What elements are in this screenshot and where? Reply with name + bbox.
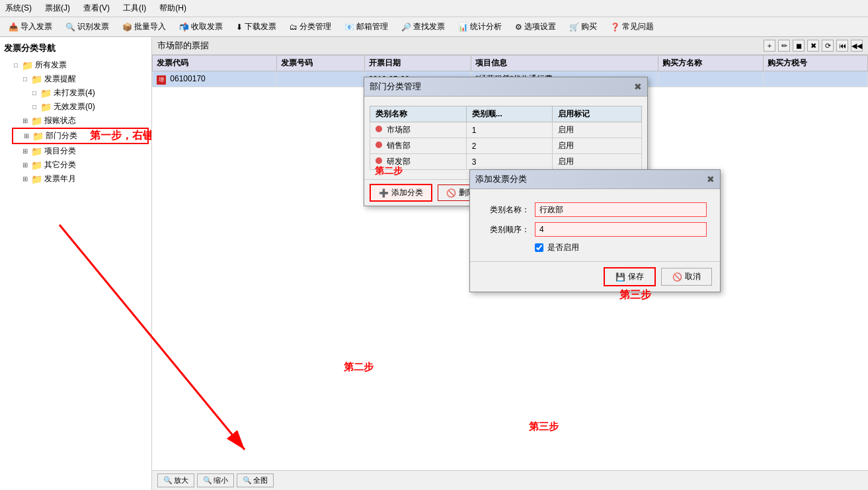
dept-row-rnd[interactable]: 研发部 3 启用 (370, 154, 642, 170)
dept-cell-name-market: 市场部 (370, 122, 467, 138)
dept-col-order: 类别顺... (466, 106, 553, 122)
tree-unprinted[interactable]: □ 📁 未打发票(4) (21, 86, 149, 100)
invalid-label: 无效发票(0) (54, 101, 95, 112)
find-invoice-btn[interactable]: 🔎 查找发票 (397, 19, 450, 34)
prev-btn[interactable]: ◀◀ (851, 40, 863, 52)
dept-dialog-content: 类别名称 类别顺... 启用标记 市场部 1 启用 (364, 97, 647, 179)
expand-icon-project: ⊞ (21, 147, 29, 155)
reminder-label: 发票提醒 (44, 73, 76, 85)
settings-icon: ⚙ (515, 22, 522, 32)
tree-children-reminder: □ 📁 未打发票(4) □ 📁 无效发票(0) (21, 86, 149, 114)
zoom-out-btn[interactable]: 🔍 缩小 (197, 473, 234, 487)
square-btn[interactable]: ◼ (793, 40, 805, 52)
edit-btn[interactable]: ✏ (778, 40, 790, 52)
menu-view[interactable]: 查看(V) (81, 1, 112, 15)
category-manage-btn[interactable]: 🗂 分类管理 (285, 19, 336, 34)
reminder-folder-icon: 📁 (31, 74, 42, 85)
add-btn[interactable]: + (764, 40, 775, 52)
tree-other-category[interactable]: ⊞ 📁 其它分类 (12, 158, 149, 172)
tree-children-root: □ 📁 发票提醒 □ 📁 未打发票(4) □ 📁 无效发票(0) ⊞ (12, 72, 149, 186)
col-date: 开票日期 (364, 56, 471, 71)
zoom-out-icon: 🔍 (203, 476, 212, 485)
mailbox-manage-btn[interactable]: 📧 邮箱管理 (340, 19, 393, 34)
dept-cell-name-sales: 销售部 (370, 138, 467, 154)
expand-icon-unprinted: □ (30, 89, 38, 97)
close-btn[interactable]: ✖ (807, 40, 819, 52)
other-label: 其它分类 (44, 159, 76, 171)
name-row: 类别名称： (483, 202, 707, 217)
tree-expense-status[interactable]: ⊞ 📁 报账状态 (12, 114, 149, 128)
content-title-bar: 市场部的票据 + ✏ ◼ ✖ ⟳ ⏮ ◀◀ (152, 37, 868, 55)
name-label: 类别名称： (483, 204, 530, 216)
cancel-icon: 🚫 (672, 272, 682, 282)
add-category-icon: ➕ (379, 188, 389, 198)
buy-btn[interactable]: 🛒 购买 (565, 19, 602, 34)
tree-invalid[interactable]: □ 📁 无效发票(0) (21, 100, 149, 114)
tree-invoice-reminder[interactable]: □ 📁 发票提醒 (12, 72, 149, 86)
menu-help[interactable]: 帮助(H) (157, 1, 189, 15)
dept-cell-order-sales: 2 (466, 138, 553, 154)
menu-tools[interactable]: 工具(I) (120, 1, 149, 15)
main-toolbar: 📥 导入发票 🔍 识别发票 📦 批量导入 📬 收取发票 ⬇ 下载发票 🗂 分类管… (0, 17, 868, 37)
tree-year-month[interactable]: ⊞ 📁 发票年月 (12, 172, 149, 186)
first-btn[interactable]: ⏮ (836, 40, 848, 52)
save-btn[interactable]: 💾 保存 (604, 267, 656, 286)
menu-invoice[interactable]: 票据(J) (42, 1, 73, 15)
mailbox-icon: 📧 (344, 22, 354, 32)
menu-system[interactable]: 系统(S) (3, 1, 34, 15)
dept-row-sales[interactable]: 销售部 2 启用 (370, 138, 642, 154)
recognize-invoice-btn[interactable]: 🔍 识别发票 (61, 19, 114, 34)
add-dialog-footer: 第三步 💾 保存 🚫 取消 (470, 261, 720, 292)
add-category-btn[interactable]: ➕ 添加分类 (370, 184, 432, 202)
checkbox-row: 是否启用 (483, 242, 707, 253)
dept-col-name: 类别名称 (370, 106, 467, 122)
receive-invoice-btn[interactable]: 📬 收取发票 (175, 19, 227, 34)
order-input[interactable] (535, 222, 707, 237)
dept-cell-status-market: 启用 (553, 122, 642, 138)
dept-col-status: 启用标记 (553, 106, 642, 122)
dept-cell-order-market: 1 (466, 122, 553, 138)
expense-folder-icon: 📁 (31, 116, 42, 126)
step3-label: 第三步 (619, 288, 651, 302)
other-folder-icon: 📁 (31, 160, 42, 171)
faq-btn[interactable]: ❓ 常见问题 (606, 19, 658, 34)
add-dialog-title-text: 添加发票分类 (475, 173, 527, 185)
step2-label: 第二步 (375, 165, 403, 177)
zoom-in-btn[interactable]: 🔍 放大 (157, 473, 194, 487)
expand-icon: □ (12, 61, 20, 69)
receive-icon: 📬 (179, 22, 189, 32)
full-view-icon: 🔍 (243, 476, 252, 485)
batch-import-btn[interactable]: 📦 批量导入 (118, 19, 171, 34)
cell-tax (763, 71, 867, 87)
import-invoice-btn[interactable]: 📥 导入发票 (4, 19, 57, 34)
stats-btn[interactable]: 📊 统计分析 (454, 19, 506, 34)
tree-root[interactable]: □ 📁 所有发票 (3, 58, 149, 72)
download-invoice-btn[interactable]: ⬇ 下载发票 (231, 19, 281, 34)
cancel-btn[interactable]: 🚫 取消 (661, 268, 712, 286)
refresh-btn[interactable]: ⟳ (822, 40, 834, 52)
dept-category-table: 类别名称 类别顺... 启用标记 市场部 1 启用 (370, 106, 642, 170)
root-label: 所有发票 (35, 60, 67, 71)
name-input[interactable] (535, 202, 707, 217)
unprinted-label: 未打发票(4) (54, 87, 95, 99)
full-view-btn[interactable]: 🔍 全图 (237, 473, 274, 487)
delete-category-icon: 🚫 (446, 188, 456, 198)
add-category-dialog: 添加发票分类 ✖ 类别名称： 类别顺序： 是否启用 (469, 169, 721, 292)
col-code: 发票代码 (153, 56, 277, 71)
dept-label: 部门分类 (46, 130, 77, 142)
col-number: 发票号码 (277, 56, 364, 71)
menu-bar: 系统(S) 票据(J) 查看(V) 工具(I) 帮助(H) (0, 0, 868, 17)
add-dialog-title-bar: 添加发票分类 ✖ (470, 170, 720, 189)
tree-project-category[interactable]: ⊞ 📁 项目分类 (12, 144, 149, 158)
cell-number (277, 71, 364, 87)
invalid-folder-icon: 📁 (40, 102, 52, 112)
cell-buyer (658, 71, 763, 87)
expand-icon-expense: ⊞ (21, 117, 29, 125)
dept-row-market[interactable]: 市场部 1 启用 (370, 122, 642, 138)
bottom-toolbar: 🔍 放大 🔍 缩小 🔍 全图 (152, 470, 868, 490)
add-dialog-close[interactable]: ✖ (707, 174, 715, 184)
dept-dialog-close[interactable]: ✖ (634, 81, 642, 92)
settings-btn[interactable]: ⚙ 选项设置 (510, 19, 561, 34)
enable-checkbox[interactable] (535, 243, 543, 252)
dept-cell-status-sales: 启用 (553, 138, 642, 154)
